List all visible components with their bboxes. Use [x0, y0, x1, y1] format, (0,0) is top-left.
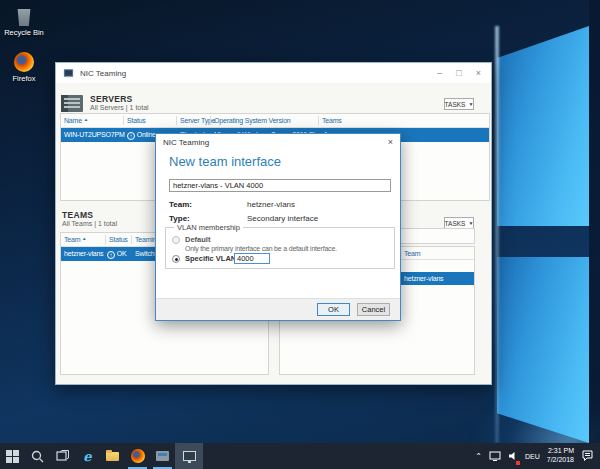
- window-title: NIC Teaming: [80, 69, 437, 78]
- servers-section-title: SERVERS: [90, 94, 133, 104]
- col-teams[interactable]: Teams: [322, 117, 342, 124]
- col-name[interactable]: Name ▲: [64, 117, 88, 124]
- windows-logo-pane-bottom: [497, 257, 589, 443]
- system-tray: ⌃ DEU 2:31 PM 7/2/2018: [475, 443, 600, 469]
- ok-button[interactable]: OK: [317, 303, 350, 316]
- minimize-button[interactable]: –: [437, 68, 442, 78]
- new-team-interface-dialog: NIC Teaming × New team interface Team: h…: [155, 133, 401, 321]
- default-radio-label: Default: [185, 235, 210, 244]
- nic-teaming-taskbar-button[interactable]: [175, 443, 203, 469]
- team-label: Team:: [169, 200, 192, 209]
- firefox-button[interactable]: [125, 443, 150, 469]
- dialog-titlebar[interactable]: NIC Teaming ×: [156, 134, 400, 150]
- internet-explorer-button[interactable]: e: [75, 443, 100, 469]
- notification-badge: [516, 461, 520, 465]
- action-center-icon[interactable]: [581, 450, 594, 462]
- status-up-icon: ↑: [127, 132, 135, 140]
- dialog-title: NIC Teaming: [163, 138, 388, 147]
- servers-icon: [61, 95, 83, 112]
- windows-logo-glow-edge: [495, 26, 499, 443]
- type-label: Type:: [169, 214, 190, 223]
- server-manager-icon: [156, 451, 169, 461]
- window-titlebar[interactable]: NIC Teaming – □ ×: [56, 63, 491, 83]
- file-explorer-icon: [106, 452, 119, 461]
- dropdown-arrow-icon: ▼: [468, 220, 473, 226]
- cancel-button[interactable]: Cancel: [357, 303, 390, 316]
- maximize-button[interactable]: □: [456, 68, 461, 78]
- servers-tasks-button[interactable]: TASKS▼: [444, 98, 474, 110]
- task-view-button[interactable]: [50, 443, 75, 469]
- firefox-icon: [131, 449, 145, 463]
- firefox-icon: [14, 52, 34, 72]
- keyboard-language[interactable]: DEU: [525, 453, 540, 460]
- servers-table-header[interactable]: Name ▲ Status Server Type Operating Syst…: [61, 114, 489, 128]
- servers-section-subtitle: All Servers | 1 total: [90, 104, 149, 111]
- sound-icon[interactable]: [508, 447, 518, 465]
- nic-teaming-app-icon: [183, 451, 196, 461]
- default-radio[interactable]: [172, 236, 180, 244]
- specific-vlan-radio[interactable]: [172, 255, 180, 263]
- recycle-bin-icon: [16, 6, 32, 26]
- desktop-icon-label: Firefox: [0, 74, 48, 83]
- desktop-icon-recycle-bin[interactable]: Recycle Bin: [0, 6, 48, 37]
- desktop-icon-firefox[interactable]: Firefox: [0, 52, 48, 83]
- col-interface-team[interactable]: Team: [404, 250, 420, 257]
- col-team[interactable]: Team ▲: [64, 236, 86, 243]
- status-up-icon: ↑: [107, 251, 115, 259]
- dialog-heading: New team interface: [169, 154, 281, 169]
- windows-logo-pane-top: [497, 26, 589, 226]
- search-icon: [31, 450, 44, 463]
- internet-explorer-icon: e: [83, 449, 91, 464]
- interface-team-name: hetzner-vlans: [404, 275, 443, 282]
- teams-section-title: TEAMS: [62, 210, 93, 220]
- close-button[interactable]: ×: [476, 68, 481, 78]
- sort-asc-icon: ▲: [84, 117, 88, 122]
- vlan-membership-legend: VLAN membership: [174, 223, 243, 232]
- app-icon: [64, 70, 73, 77]
- type-value: Secondary interface: [247, 214, 318, 223]
- dropdown-arrow-icon: ▼: [468, 101, 473, 107]
- taskbar-clock[interactable]: 2:31 PM 7/2/2018: [547, 447, 574, 465]
- team-name: hetzner-vlans: [64, 250, 103, 257]
- taskbar: e ⌃ DEU 2:31 PM 7/2/2018: [0, 443, 600, 469]
- dialog-footer: OK Cancel: [156, 298, 400, 320]
- sort-asc-icon: ▲: [82, 236, 86, 241]
- col-os-version[interactable]: Operating System Version: [214, 117, 291, 124]
- server-manager-button[interactable]: [150, 443, 175, 469]
- team-status: ↑ OK: [107, 250, 126, 259]
- desktop-icon-label: Recycle Bin: [0, 28, 48, 37]
- network-icon[interactable]: [489, 451, 501, 461]
- windows-logo-center-gap: [589, 0, 600, 443]
- task-view-icon: [56, 450, 69, 462]
- team-value: hetzner-vlans: [247, 200, 295, 209]
- col-team-status[interactable]: Status: [109, 236, 128, 243]
- teams-section-subtitle: All Teams | 1 total: [62, 220, 117, 227]
- tray-date: 7/2/2018: [547, 456, 574, 465]
- tray-time: 2:31 PM: [547, 447, 574, 456]
- server-status: ↑ Online: [127, 131, 156, 140]
- interface-name-input[interactable]: [169, 179, 391, 192]
- tray-chevron-icon[interactable]: ⌃: [475, 452, 482, 461]
- dialog-close-icon[interactable]: ×: [388, 137, 393, 147]
- start-button[interactable]: [0, 443, 25, 469]
- server-name: WIN-UT2UPSO7PM: [64, 131, 125, 138]
- windows-start-icon: [6, 450, 19, 463]
- default-radio-description: Only the primary interface can be a defa…: [185, 245, 337, 252]
- taskbar-search-button[interactable]: [25, 443, 50, 469]
- specific-vlan-input[interactable]: [234, 253, 270, 264]
- specific-vlan-label: Specific VLAN:: [185, 254, 239, 263]
- file-explorer-button[interactable]: [100, 443, 125, 469]
- col-status[interactable]: Status: [127, 117, 146, 124]
